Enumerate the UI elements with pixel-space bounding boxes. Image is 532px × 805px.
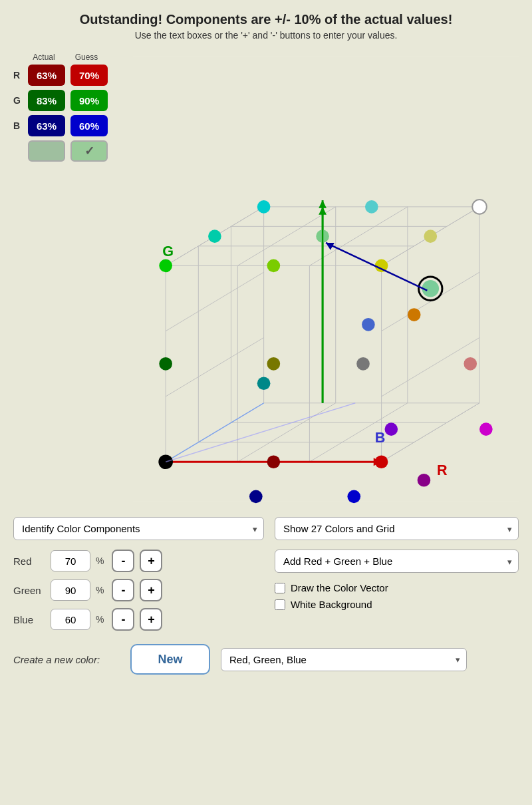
blue-plus-button[interactable]: + — [140, 608, 162, 631]
col-guess-label: Guess — [68, 53, 105, 62]
dot-0-0-0 — [158, 454, 173, 469]
svg-text:B: B — [375, 429, 386, 446]
bottom-select[interactable]: Red, Green, Blue — [221, 648, 467, 671]
blue-row: Blue % - + — [13, 608, 264, 631]
right-select-wrapper[interactable]: Show 27 Colors and Grid — [275, 517, 519, 540]
red-plus-button[interactable]: + — [140, 550, 162, 572]
r-guess-cell: 70% — [70, 65, 108, 86]
white-bg-row: White Background — [275, 599, 519, 610]
dot-0-05-05 — [257, 377, 271, 390]
dot-05-05-05 — [356, 357, 370, 371]
blue-label: Blue — [13, 614, 45, 625]
controls-row3: Create a new color: New Red, Green, Blue — [13, 644, 519, 675]
page-title: Outstanding! Components are +/- 10% of t… — [13, 12, 519, 27]
swatch-row: ✓ — [13, 140, 133, 162]
controls-right: Add Red + Green + Blue Draw the Color Ve… — [275, 550, 519, 637]
dot-05-1-1 — [365, 200, 378, 214]
create-label: Create a new color: — [13, 654, 120, 665]
dot-05-0-1 — [347, 490, 360, 504]
red-minus-button[interactable]: - — [112, 550, 134, 572]
add-select-wrapper[interactable]: Add Red + Green + Blue — [275, 550, 519, 573]
dot-0-1-05 — [208, 230, 221, 243]
green-input[interactable] — [51, 579, 90, 601]
controls-left: Red % - + Green % - + Blue % - + — [13, 550, 264, 637]
show-colors-select[interactable]: Show 27 Colors and Grid — [275, 517, 519, 540]
green-label: Green — [13, 585, 45, 596]
red-pct: % — [96, 556, 104, 566]
blue-minus-button[interactable]: - — [112, 608, 134, 631]
green-plus-button[interactable]: + — [140, 579, 162, 601]
red-input[interactable] — [51, 550, 90, 571]
g-label: G — [13, 95, 23, 106]
bottom-select-wrapper[interactable]: Red, Green, Blue — [221, 648, 467, 671]
dot-05-05-1 — [384, 422, 398, 436]
dot-blue-mid — [362, 318, 375, 331]
draw-vector-checkbox[interactable] — [275, 583, 285, 593]
dot-1-1-05 — [424, 230, 437, 243]
svg-rect-0 — [133, 57, 519, 501]
dot-1-05-0 — [408, 308, 421, 321]
svg-text:G: G — [162, 243, 174, 259]
draw-vector-label: Draw the Color Vector — [291, 582, 388, 593]
dot-0-1-1 — [257, 200, 271, 214]
dot-0-05-0 — [159, 357, 172, 371]
left-select-wrapper[interactable]: Identify Color Components — [13, 517, 264, 540]
svg-text:R: R — [437, 462, 448, 478]
b-actual-cell: 63% — [28, 115, 65, 136]
dot-1-05-05 — [464, 357, 477, 371]
draw-vector-row: Draw the Color Vector — [275, 582, 519, 593]
g-guess-cell: 90% — [70, 90, 108, 111]
red-label: Red — [13, 556, 45, 567]
dot-1-05-1 — [479, 422, 493, 436]
green-minus-button[interactable]: - — [112, 579, 134, 601]
b-label: B — [13, 120, 23, 131]
red-row: Red % - + — [13, 550, 264, 572]
header: Outstanding! Components are +/- 10% of t… — [0, 0, 532, 46]
controls-row1: Identify Color Components Show 27 Colors… — [13, 517, 519, 540]
dot-05-0-05 — [249, 490, 263, 504]
white-bg-label: White Background — [291, 599, 372, 610]
dot-1-0-0 — [375, 455, 388, 468]
new-button[interactable]: New — [130, 644, 210, 675]
color-row-g: G 83% 90% — [13, 90, 133, 111]
dot-05-05-0 — [267, 357, 281, 371]
dot-1-1-1 — [472, 200, 487, 214]
swatch-guess: ✓ — [70, 140, 108, 162]
color-table: Actual Guess R 63% 70% G 83% 90% B 63% 6… — [13, 53, 133, 505]
g-actual-cell: 83% — [28, 90, 65, 111]
dot-05-1-0 — [267, 259, 281, 273]
dot-0-1-0 — [159, 259, 172, 273]
color-row-b: B 63% 60% — [13, 115, 133, 136]
swatch-actual — [28, 140, 65, 162]
cube-svg: R G B — [133, 53, 519, 505]
controls-section: Identify Color Components Show 27 Colors… — [0, 505, 532, 688]
cube-area: R G B — [133, 53, 519, 505]
page-subtitle: Use the text boxes or the '+' and '-' bu… — [13, 30, 519, 41]
add-select[interactable]: Add Red + Green + Blue — [275, 550, 519, 573]
green-row: Green % - + — [13, 579, 264, 601]
dot-1-0-1 — [418, 474, 431, 487]
dot-05-0-0 — [267, 455, 281, 468]
color-row-r: R 63% 70% — [13, 65, 133, 86]
white-bg-checkbox[interactable] — [275, 599, 285, 610]
controls-row2: Red % - + Green % - + Blue % - + — [13, 550, 519, 637]
green-pct: % — [96, 585, 104, 595]
blue-input[interactable] — [51, 609, 90, 630]
b-guess-cell: 60% — [70, 115, 108, 136]
col-actual-label: Actual — [25, 53, 63, 62]
identify-select[interactable]: Identify Color Components — [13, 517, 264, 540]
r-actual-cell: 63% — [28, 65, 65, 86]
r-label: R — [13, 70, 23, 80]
blue-pct: % — [96, 614, 104, 625]
color-table-header: Actual Guess — [25, 53, 133, 62]
